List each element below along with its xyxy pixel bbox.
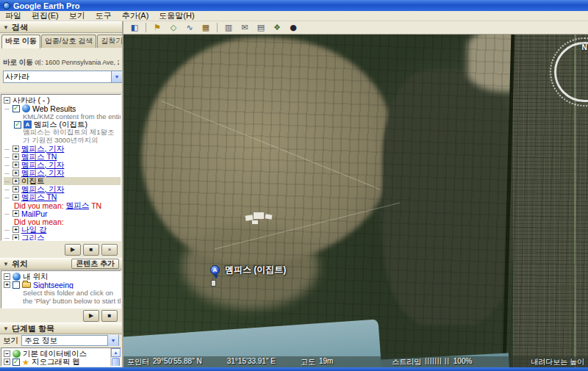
tree-dash: ─ bbox=[4, 162, 10, 169]
expander-icon[interactable]: + bbox=[12, 234, 19, 241]
result-row[interactable]: ─+그리스 bbox=[4, 234, 121, 241]
search-results-tree: −사카라 ( - )─Web ResultsKML/KMZ content fr… bbox=[1, 94, 121, 241]
menu-item-편집E[interactable]: 편집(E) bbox=[26, 10, 64, 21]
mini-marker-icon[interactable] bbox=[211, 280, 216, 287]
email-icon[interactable]: ✉ bbox=[237, 22, 252, 33]
tree-item-my-places[interactable]: − 내 위치 bbox=[4, 273, 121, 281]
result-row[interactable]: ─+멤피스, 기자 bbox=[4, 169, 121, 177]
result-link[interactable]: 멤피스, 기자 bbox=[21, 145, 64, 153]
add-polygon-icon[interactable]: ◇ bbox=[166, 22, 181, 33]
checkbox-unchecked[interactable] bbox=[12, 367, 20, 367]
play-tour-button[interactable]: ▶ bbox=[83, 310, 99, 322]
title-bar: Google Earth Pro bbox=[0, 0, 588, 11]
result-row[interactable]: A멤피스 (이집트) bbox=[14, 120, 121, 129]
toolbar-separator bbox=[146, 23, 146, 32]
layers-panel-header[interactable]: ▼ 단계별 항목 bbox=[0, 323, 122, 334]
checkbox-checked[interactable] bbox=[12, 359, 20, 366]
result-row[interactable]: −사카라 ( - ) bbox=[4, 96, 121, 104]
tree-item-sightseeing[interactable]: + Sightseeing bbox=[4, 281, 121, 289]
result-row[interactable]: ─+멤피스, 기자 bbox=[4, 161, 121, 169]
search-input[interactable] bbox=[4, 71, 111, 82]
result-row[interactable]: Did you mean: bbox=[14, 217, 121, 226]
result-link[interactable]: 나일 강 bbox=[21, 226, 46, 234]
layer-row[interactable]: −기본 데이터베이스 bbox=[4, 350, 110, 358]
add-path-icon[interactable]: ∿ bbox=[182, 22, 197, 33]
expander-icon[interactable]: − bbox=[4, 350, 10, 357]
tab-바로 이동[interactable]: 바로 이동 bbox=[1, 35, 40, 48]
result-row[interactable]: ─+멤피스 TN bbox=[4, 193, 121, 201]
result-link[interactable]: 멤피스, 기자 bbox=[21, 185, 64, 193]
print-icon[interactable]: ▤ bbox=[254, 22, 268, 33]
stop-tour-button[interactable]: ■ bbox=[101, 310, 118, 322]
layer-row[interactable]: 도로 bbox=[4, 366, 110, 367]
expander-icon[interactable]: − bbox=[4, 273, 10, 280]
result-row[interactable]: ─+멤피스, 기자 bbox=[4, 145, 121, 153]
add-image-overlay-icon[interactable]: ▦ bbox=[198, 22, 213, 33]
tab-업종/상호 검색[interactable]: 업종/상호 검색 bbox=[41, 35, 97, 48]
sightseeing-link[interactable]: Sightseeing bbox=[33, 281, 74, 289]
expander-icon[interactable]: + bbox=[12, 154, 19, 160]
expander-icon[interactable]: + bbox=[12, 145, 19, 152]
scroll-up-icon[interactable]: ▲ bbox=[111, 348, 121, 357]
search-panel-header[interactable]: ▼ 검색 bbox=[0, 21, 122, 33]
tab-길찾기[interactable]: 길찾기 bbox=[97, 35, 123, 48]
add-content-button[interactable]: 콘텐츠 추가 bbox=[71, 259, 119, 269]
result-row[interactable]: ─+MailPur bbox=[4, 209, 121, 217]
expander-icon[interactable]: + bbox=[4, 359, 10, 365]
checkbox-unchecked[interactable] bbox=[12, 281, 20, 289]
result-link[interactable]: 멤피스 TN bbox=[21, 193, 57, 201]
sidebar-toggle-icon[interactable]: ◧ bbox=[127, 22, 142, 33]
layer-row[interactable]: +★지오그래픽 웹 bbox=[4, 358, 110, 366]
ruler-icon[interactable]: ▥ bbox=[221, 22, 236, 33]
layers-view-select[interactable]: 주요 정보 ▼ bbox=[21, 335, 119, 346]
result-row[interactable]: ─+나일 강 bbox=[4, 226, 121, 234]
layers-scrollbar[interactable]: ▲ ▼ bbox=[110, 348, 121, 366]
result-link[interactable]: 그리스 bbox=[21, 234, 45, 241]
compass-navigation[interactable]: N bbox=[554, 42, 588, 102]
folder-description: the 'Play' button below to start the bbox=[23, 297, 121, 305]
map-viewport[interactable]: N A 멤피스 (이집트) 포인터 29°50'55.88" N 31°15'3… bbox=[123, 35, 588, 367]
result-row[interactable]: ─+이집트 bbox=[4, 177, 121, 185]
altitude-value: 19m bbox=[319, 357, 333, 367]
result-link[interactable]: 멤피스, 기자 bbox=[21, 169, 64, 177]
menu-item-추가A[interactable]: 추가(A) bbox=[117, 10, 154, 21]
expander-icon[interactable]: + bbox=[12, 194, 19, 201]
result-link[interactable]: 멤피스 TN bbox=[21, 153, 57, 161]
expander-icon[interactable]: + bbox=[12, 210, 19, 217]
places-panel-header[interactable]: ▼ 위치 콘텐츠 추가 bbox=[0, 258, 122, 270]
menu-item-파일[interactable]: 파일 bbox=[0, 10, 26, 21]
result-row[interactable]: ─+멤피스 TN bbox=[4, 153, 121, 161]
menu-item-도구[interactable]: 도구 bbox=[90, 10, 117, 21]
expander-icon[interactable]: + bbox=[12, 170, 19, 176]
checkbox-checked[interactable] bbox=[12, 105, 20, 112]
result-note: KML/KMZ content from the entire We bbox=[23, 112, 121, 120]
result-row[interactable]: ─+멤피스, 기자 bbox=[4, 185, 121, 193]
combo-dropdown-icon[interactable]: ▼ bbox=[107, 335, 118, 346]
view-in-maps-icon[interactable]: ❖ bbox=[270, 22, 284, 33]
latitude-value: 29°50'55.88" N bbox=[153, 357, 202, 367]
result-link[interactable]: 멤피스, 기자 bbox=[21, 161, 64, 169]
checkbox-checked[interactable] bbox=[14, 121, 21, 129]
result-link[interactable]: MailPur bbox=[21, 209, 48, 217]
expander-icon[interactable]: + bbox=[12, 178, 19, 184]
sky-icon[interactable]: ● bbox=[286, 22, 301, 33]
expander-icon[interactable]: + bbox=[12, 226, 19, 233]
play-tour-button[interactable]: ▶ bbox=[65, 244, 81, 256]
clear-results-button[interactable]: × bbox=[101, 244, 118, 256]
layer-label: 기본 데이터베이스 bbox=[23, 350, 87, 358]
result-row[interactable]: Did you mean:멤피스TN bbox=[14, 201, 121, 209]
search-hint: 바로 이동 예: 1600 Pennsylvania Ave, 20006 bbox=[3, 58, 119, 68]
expander-icon[interactable]: + bbox=[12, 162, 19, 168]
stop-tour-button[interactable]: ■ bbox=[83, 244, 99, 256]
add-placemark-icon[interactable]: ⚑ bbox=[150, 22, 165, 33]
menu-item-보기[interactable]: 보기 bbox=[64, 10, 90, 21]
combo-dropdown-icon[interactable]: ▼ bbox=[111, 71, 122, 82]
expander-icon[interactable]: − bbox=[4, 97, 10, 104]
did-you-mean-link[interactable]: 멤피스 bbox=[66, 201, 90, 209]
menu-item-도움말H[interactable]: 도움말(H) bbox=[154, 10, 199, 21]
placemark-memphis[interactable]: A bbox=[210, 265, 220, 275]
result-row[interactable]: ─Web Results bbox=[4, 104, 121, 112]
expander-icon[interactable]: + bbox=[4, 281, 10, 288]
scrollbar-thumb[interactable] bbox=[112, 358, 120, 367]
expander-icon[interactable]: + bbox=[12, 186, 19, 192]
